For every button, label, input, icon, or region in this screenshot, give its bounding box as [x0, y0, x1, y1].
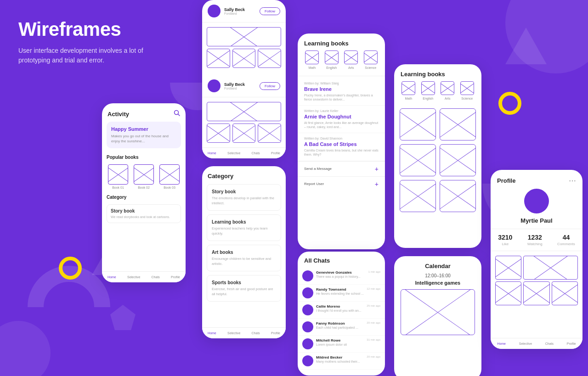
book-author-2: Written by: Laurie Keller	[304, 109, 379, 112]
nav-profile-1[interactable]: Profile	[171, 275, 180, 279]
science-label: Science	[365, 66, 376, 69]
search-icon[interactable]	[174, 110, 180, 118]
cal-img	[401, 289, 475, 335]
profile-grid	[491, 256, 582, 305]
follow-btn-1[interactable]: Follow	[260, 7, 280, 15]
chat-item-3[interactable]: Callie Moreno I thought I'd enroll you w…	[298, 302, 385, 319]
pg-cell-4	[523, 281, 549, 305]
nav-selective-1[interactable]: Selective	[127, 275, 140, 279]
nav-selective-2[interactable]: Selective	[227, 152, 240, 155]
nav-home-3[interactable]: Home	[208, 331, 216, 335]
book-thumb-2: Book 02	[132, 164, 155, 189]
nav-profile-2[interactable]: Profile	[271, 152, 280, 155]
wpg1	[496, 256, 521, 279]
nav-selective-p[interactable]: Selective	[519, 342, 532, 345]
book-thumb-1: Book 01	[107, 164, 130, 189]
bottom-nav-3: Home Selective Chats Profile	[202, 327, 286, 338]
chat-avatar-1	[302, 270, 313, 281]
grid-cell-3	[400, 144, 436, 176]
book-entry-3: Written by: David Shannon A Bad Case of …	[298, 133, 385, 161]
wx7	[233, 124, 255, 142]
subject-arts-2: Arts	[441, 81, 454, 100]
plus-icon-report[interactable]: +	[375, 180, 379, 188]
science-label-2: Science	[461, 97, 473, 100]
cat-desc-3: Encourage children to be sensitive and a…	[212, 257, 276, 266]
wg4	[440, 145, 475, 176]
nav-chats-3[interactable]: Chats	[252, 331, 260, 335]
nav-selective-3[interactable]: Selective	[227, 331, 240, 335]
chat-time-3: 25 min ago	[367, 304, 380, 307]
cal-time: 12:00–16:00	[394, 273, 481, 278]
report-label: Report User	[304, 182, 324, 186]
nav-chats-p[interactable]: Chats	[545, 342, 554, 345]
nav-home-2[interactable]: Home	[208, 152, 216, 155]
pg-cell-wide	[523, 256, 578, 280]
page-subtitle: User interface development involves a lo…	[18, 46, 147, 65]
cat-desc-2: Experienced teachers help you learn quic…	[212, 226, 276, 236]
nav-chats-2[interactable]: Chats	[252, 152, 260, 155]
cat-card-desc: We read storybooks and look at cartoons.	[111, 215, 177, 219]
img-cell-4	[207, 123, 230, 143]
wx4	[258, 49, 281, 67]
bottom-nav-1: Home Selective Chats Profile	[102, 271, 186, 282]
profile-name: Myrtie Paul	[491, 217, 582, 224]
wg1	[400, 109, 435, 140]
book-desc-1: Plucky Irene, a dressmaker's daughter, b…	[304, 93, 379, 101]
book-author-1: Written by: William Steig	[304, 82, 379, 85]
subject-science: Science	[364, 51, 378, 69]
chat-time-1: 1 min ago	[368, 270, 380, 273]
grid-cell-5	[400, 180, 436, 212]
nav-home-1[interactable]: Home	[107, 275, 116, 279]
chat-avatar-2	[302, 287, 313, 298]
chat-msg-3: I thought I'd enroll you with an...	[316, 309, 364, 312]
img-wide-2	[207, 102, 281, 121]
book-grid	[394, 105, 481, 217]
chat-name-4: Fanny Robinson	[316, 321, 364, 325]
stat-like-num: 3210	[498, 234, 512, 241]
stat-watch-label: Watching	[527, 242, 543, 246]
wx-m2	[402, 82, 415, 95]
pg-cell-1	[495, 256, 521, 280]
profile-title: Profile	[497, 177, 515, 184]
english-label: English	[326, 66, 337, 69]
chat-item-1[interactable]: Genevieve Gonzales There was a popqui in…	[298, 268, 385, 285]
bg-triangle2	[505, 28, 547, 64]
wpg5	[552, 282, 577, 305]
cat-item-3: Art books Encourage children to be sensi…	[207, 245, 281, 271]
user-card-1: Sally Beck Fordland Follow	[202, 0, 286, 22]
plus-icon-send[interactable]: +	[375, 165, 379, 173]
chat-item-6[interactable]: Mildred Becker Many mothers schooled the…	[298, 353, 385, 370]
chat-item-4[interactable]: Fanny Robinson Each child had participat…	[298, 319, 385, 336]
nav-profile-3[interactable]: Profile	[271, 331, 280, 335]
bg-circle-large	[505, 0, 588, 73]
book-entry-1: Written by: William Steig Brave Irene Pl…	[298, 78, 385, 106]
nav-home-p[interactable]: Home	[497, 342, 506, 345]
wx8	[258, 124, 281, 142]
chat-item-2[interactable]: Randy Townsend He favors extending the s…	[298, 285, 385, 302]
cat-title-4: Sports books	[212, 280, 276, 285]
dots-menu-icon[interactable]: ⋯	[569, 176, 576, 185]
wx6	[207, 124, 230, 142]
book-img-3	[159, 164, 180, 185]
nav-chats-1[interactable]: Chats	[152, 275, 160, 279]
wpg4	[524, 282, 549, 305]
book-img-2	[134, 164, 154, 185]
book-title-1: Brave Irene	[304, 86, 379, 92]
math-icon-2	[401, 81, 415, 95]
wx5	[207, 102, 281, 121]
stats-row: 3210 Like 1232 Watching 44 Comments	[491, 229, 582, 251]
action-send[interactable]: Send a Message +	[298, 161, 385, 176]
cat-header: Category	[202, 166, 286, 184]
nav-profile-p[interactable]: Profile	[567, 342, 576, 345]
chat-info-6: Mildred Becker Many mothers schooled the…	[316, 355, 364, 363]
chat-item-5[interactable]: Mitchell Rowe Lorem ipsum dolor sit 31 m…	[298, 336, 385, 353]
phone-learning: Learning books Math English Arts Science	[298, 34, 385, 249]
follow-btn-2[interactable]: Follow	[260, 82, 280, 90]
avatar-2	[208, 79, 220, 92]
chat-time-6: 20 min ago	[367, 355, 380, 358]
action-report[interactable]: Report User +	[298, 176, 385, 191]
wx3	[233, 49, 255, 67]
subject-math: Math	[305, 51, 319, 69]
math-label: Math	[308, 66, 316, 69]
img-cell-2	[232, 49, 256, 68]
